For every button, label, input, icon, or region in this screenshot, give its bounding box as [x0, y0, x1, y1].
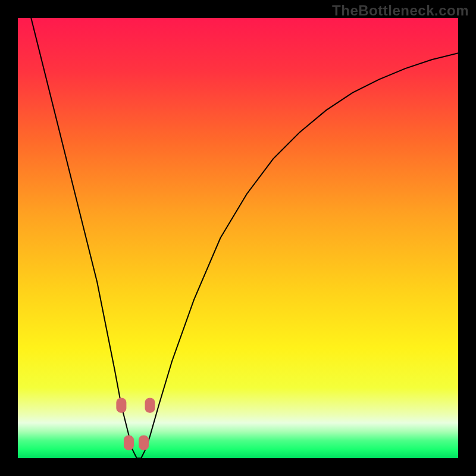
gradient-background: [18, 18, 458, 458]
curve-marker: [117, 398, 126, 412]
watermark-text: TheBottleneck.com: [332, 2, 469, 19]
plot-area: [18, 18, 458, 458]
chart-frame: TheBottleneck.com: [0, 0, 476, 476]
plot-svg: [18, 18, 458, 458]
curve-marker: [145, 398, 155, 412]
curve-marker: [139, 436, 149, 450]
curve-marker: [124, 436, 133, 450]
